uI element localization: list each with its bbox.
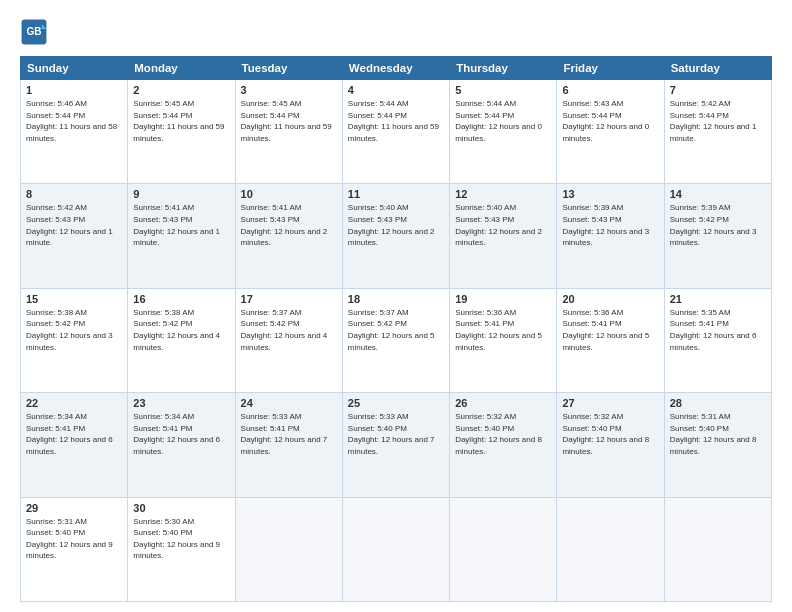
- calendar-cell: 15Sunrise: 5:38 AMSunset: 5:42 PMDayligh…: [21, 288, 128, 392]
- day-info: Sunrise: 5:34 AMSunset: 5:41 PMDaylight:…: [26, 411, 122, 457]
- calendar-cell: 28Sunrise: 5:31 AMSunset: 5:40 PMDayligh…: [664, 393, 771, 497]
- day-number: 30: [133, 502, 229, 514]
- calendar-cell: 27Sunrise: 5:32 AMSunset: 5:40 PMDayligh…: [557, 393, 664, 497]
- day-info: Sunrise: 5:46 AMSunset: 5:44 PMDaylight:…: [26, 98, 122, 144]
- day-info: Sunrise: 5:37 AMSunset: 5:42 PMDaylight:…: [241, 307, 337, 353]
- col-header-wednesday: Wednesday: [342, 57, 449, 80]
- calendar-cell: 2Sunrise: 5:45 AMSunset: 5:44 PMDaylight…: [128, 80, 235, 184]
- day-info: Sunrise: 5:37 AMSunset: 5:42 PMDaylight:…: [348, 307, 444, 353]
- day-info: Sunrise: 5:32 AMSunset: 5:40 PMDaylight:…: [455, 411, 551, 457]
- day-number: 29: [26, 502, 122, 514]
- day-number: 20: [562, 293, 658, 305]
- page: GB SundayMondayTuesdayWednesdayThursdayF…: [0, 0, 792, 612]
- col-header-friday: Friday: [557, 57, 664, 80]
- day-number: 5: [455, 84, 551, 96]
- calendar-cell: 14Sunrise: 5:39 AMSunset: 5:42 PMDayligh…: [664, 184, 771, 288]
- calendar-cell: 12Sunrise: 5:40 AMSunset: 5:43 PMDayligh…: [450, 184, 557, 288]
- day-info: Sunrise: 5:45 AMSunset: 5:44 PMDaylight:…: [133, 98, 229, 144]
- day-info: Sunrise: 5:34 AMSunset: 5:41 PMDaylight:…: [133, 411, 229, 457]
- day-number: 16: [133, 293, 229, 305]
- day-number: 21: [670, 293, 766, 305]
- calendar-cell: 3Sunrise: 5:45 AMSunset: 5:44 PMDaylight…: [235, 80, 342, 184]
- day-number: 19: [455, 293, 551, 305]
- day-number: 2: [133, 84, 229, 96]
- day-info: Sunrise: 5:31 AMSunset: 5:40 PMDaylight:…: [26, 516, 122, 562]
- day-info: Sunrise: 5:42 AMSunset: 5:43 PMDaylight:…: [26, 202, 122, 248]
- calendar-cell: 16Sunrise: 5:38 AMSunset: 5:42 PMDayligh…: [128, 288, 235, 392]
- calendar-cell: 18Sunrise: 5:37 AMSunset: 5:42 PMDayligh…: [342, 288, 449, 392]
- calendar-cell: [557, 497, 664, 601]
- calendar-cell: 4Sunrise: 5:44 AMSunset: 5:44 PMDaylight…: [342, 80, 449, 184]
- day-info: Sunrise: 5:39 AMSunset: 5:42 PMDaylight:…: [670, 202, 766, 248]
- day-info: Sunrise: 5:35 AMSunset: 5:41 PMDaylight:…: [670, 307, 766, 353]
- calendar-cell: [235, 497, 342, 601]
- day-number: 4: [348, 84, 444, 96]
- day-number: 1: [26, 84, 122, 96]
- day-info: Sunrise: 5:45 AMSunset: 5:44 PMDaylight:…: [241, 98, 337, 144]
- day-info: Sunrise: 5:39 AMSunset: 5:43 PMDaylight:…: [562, 202, 658, 248]
- day-info: Sunrise: 5:32 AMSunset: 5:40 PMDaylight:…: [562, 411, 658, 457]
- day-number: 8: [26, 188, 122, 200]
- calendar-cell: 29Sunrise: 5:31 AMSunset: 5:40 PMDayligh…: [21, 497, 128, 601]
- day-info: Sunrise: 5:36 AMSunset: 5:41 PMDaylight:…: [562, 307, 658, 353]
- day-number: 27: [562, 397, 658, 409]
- day-number: 24: [241, 397, 337, 409]
- day-info: Sunrise: 5:33 AMSunset: 5:41 PMDaylight:…: [241, 411, 337, 457]
- calendar-cell: 22Sunrise: 5:34 AMSunset: 5:41 PMDayligh…: [21, 393, 128, 497]
- calendar-cell: 5Sunrise: 5:44 AMSunset: 5:44 PMDaylight…: [450, 80, 557, 184]
- day-number: 3: [241, 84, 337, 96]
- day-number: 11: [348, 188, 444, 200]
- day-number: 28: [670, 397, 766, 409]
- calendar-cell: 11Sunrise: 5:40 AMSunset: 5:43 PMDayligh…: [342, 184, 449, 288]
- col-header-thursday: Thursday: [450, 57, 557, 80]
- calendar-cell: 20Sunrise: 5:36 AMSunset: 5:41 PMDayligh…: [557, 288, 664, 392]
- day-number: 13: [562, 188, 658, 200]
- day-number: 23: [133, 397, 229, 409]
- calendar-cell: 9Sunrise: 5:41 AMSunset: 5:43 PMDaylight…: [128, 184, 235, 288]
- day-number: 7: [670, 84, 766, 96]
- svg-text:GB: GB: [26, 26, 41, 37]
- logo: GB: [20, 18, 50, 46]
- calendar-cell: 1Sunrise: 5:46 AMSunset: 5:44 PMDaylight…: [21, 80, 128, 184]
- day-number: 14: [670, 188, 766, 200]
- calendar-cell: 6Sunrise: 5:43 AMSunset: 5:44 PMDaylight…: [557, 80, 664, 184]
- day-info: Sunrise: 5:43 AMSunset: 5:44 PMDaylight:…: [562, 98, 658, 144]
- calendar-cell: 26Sunrise: 5:32 AMSunset: 5:40 PMDayligh…: [450, 393, 557, 497]
- calendar-cell: 21Sunrise: 5:35 AMSunset: 5:41 PMDayligh…: [664, 288, 771, 392]
- day-number: 17: [241, 293, 337, 305]
- calendar-cell: [664, 497, 771, 601]
- col-header-saturday: Saturday: [664, 57, 771, 80]
- day-info: Sunrise: 5:41 AMSunset: 5:43 PMDaylight:…: [133, 202, 229, 248]
- day-info: Sunrise: 5:38 AMSunset: 5:42 PMDaylight:…: [133, 307, 229, 353]
- day-number: 18: [348, 293, 444, 305]
- day-number: 22: [26, 397, 122, 409]
- day-info: Sunrise: 5:33 AMSunset: 5:40 PMDaylight:…: [348, 411, 444, 457]
- calendar-cell: 8Sunrise: 5:42 AMSunset: 5:43 PMDaylight…: [21, 184, 128, 288]
- day-info: Sunrise: 5:41 AMSunset: 5:43 PMDaylight:…: [241, 202, 337, 248]
- col-header-monday: Monday: [128, 57, 235, 80]
- calendar-cell: 30Sunrise: 5:30 AMSunset: 5:40 PMDayligh…: [128, 497, 235, 601]
- day-number: 6: [562, 84, 658, 96]
- calendar-cell: [342, 497, 449, 601]
- calendar-cell: 19Sunrise: 5:36 AMSunset: 5:41 PMDayligh…: [450, 288, 557, 392]
- day-info: Sunrise: 5:38 AMSunset: 5:42 PMDaylight:…: [26, 307, 122, 353]
- logo-icon: GB: [20, 18, 48, 46]
- calendar-cell: 24Sunrise: 5:33 AMSunset: 5:41 PMDayligh…: [235, 393, 342, 497]
- day-info: Sunrise: 5:44 AMSunset: 5:44 PMDaylight:…: [348, 98, 444, 144]
- calendar-cell: [450, 497, 557, 601]
- calendar-cell: 13Sunrise: 5:39 AMSunset: 5:43 PMDayligh…: [557, 184, 664, 288]
- calendar-cell: 23Sunrise: 5:34 AMSunset: 5:41 PMDayligh…: [128, 393, 235, 497]
- day-info: Sunrise: 5:31 AMSunset: 5:40 PMDaylight:…: [670, 411, 766, 457]
- day-number: 10: [241, 188, 337, 200]
- day-number: 26: [455, 397, 551, 409]
- calendar-cell: 10Sunrise: 5:41 AMSunset: 5:43 PMDayligh…: [235, 184, 342, 288]
- day-info: Sunrise: 5:40 AMSunset: 5:43 PMDaylight:…: [348, 202, 444, 248]
- day-number: 25: [348, 397, 444, 409]
- day-info: Sunrise: 5:36 AMSunset: 5:41 PMDaylight:…: [455, 307, 551, 353]
- day-info: Sunrise: 5:40 AMSunset: 5:43 PMDaylight:…: [455, 202, 551, 248]
- calendar-cell: 25Sunrise: 5:33 AMSunset: 5:40 PMDayligh…: [342, 393, 449, 497]
- day-info: Sunrise: 5:30 AMSunset: 5:40 PMDaylight:…: [133, 516, 229, 562]
- day-number: 15: [26, 293, 122, 305]
- day-number: 9: [133, 188, 229, 200]
- day-info: Sunrise: 5:44 AMSunset: 5:44 PMDaylight:…: [455, 98, 551, 144]
